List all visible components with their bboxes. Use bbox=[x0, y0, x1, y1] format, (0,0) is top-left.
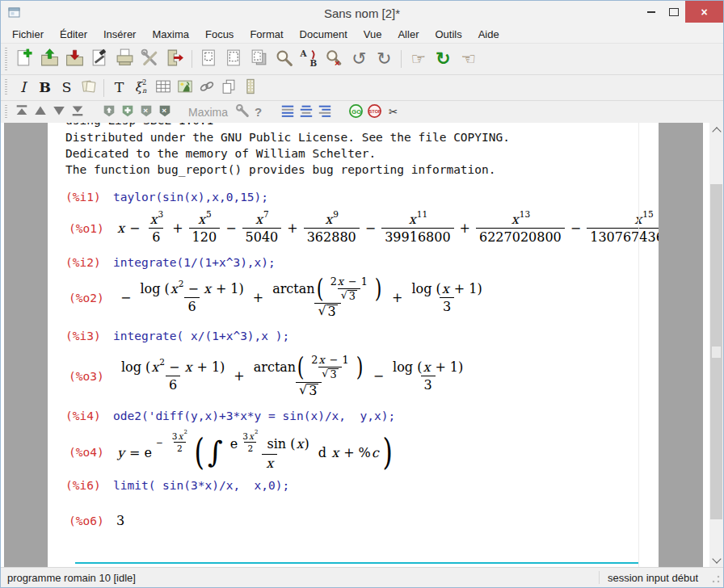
input-cell[interactable]: (%i1)taylor(sin(x),x,0,15); bbox=[48, 189, 659, 205]
configure-maxima-button[interactable] bbox=[233, 103, 251, 121]
input-code[interactable]: integrate( x/(1+x^3),x ); bbox=[113, 328, 289, 344]
menu-inserer[interactable]: Insérer bbox=[95, 27, 144, 42]
restart-maxima-button[interactable]: ↻ bbox=[431, 47, 456, 71]
menu-aller[interactable]: Aller bbox=[389, 27, 427, 42]
maximize-button[interactable] bbox=[663, 1, 685, 23]
cut-button[interactable] bbox=[196, 47, 221, 71]
right-margin-strip bbox=[659, 123, 703, 567]
input-cell[interactable]: (%i4)ode2('diff(y,x)+3*x*y = sin(x)/x, y… bbox=[48, 408, 659, 424]
bold-button[interactable]: B bbox=[34, 78, 56, 99]
notes-button[interactable] bbox=[78, 78, 99, 99]
output-cell: (%o6)3 bbox=[48, 513, 659, 528]
lines-c-icon bbox=[318, 103, 332, 120]
input-cell[interactable]: (%i2)integrate(1/(1+x^3),x); bbox=[48, 254, 659, 271]
toolbar-grip[interactable] bbox=[5, 79, 7, 96]
save-document-button[interactable] bbox=[62, 47, 87, 71]
section-button[interactable]: S bbox=[56, 78, 78, 99]
input-code[interactable]: integrate(1/(1+x^3),x); bbox=[113, 254, 276, 271]
shield-up-icon bbox=[102, 103, 116, 120]
resize-grip[interactable] bbox=[709, 574, 721, 586]
move-down-button[interactable] bbox=[49, 103, 68, 121]
chevron-up-icon bbox=[712, 127, 721, 136]
display-lines-c-button[interactable] bbox=[315, 103, 334, 121]
add-cell-button[interactable] bbox=[118, 103, 137, 121]
insert-image-button[interactable] bbox=[174, 78, 196, 99]
table-grid-icon bbox=[154, 78, 172, 98]
menu-document[interactable]: Document bbox=[292, 27, 356, 42]
jump-bottom-button[interactable] bbox=[68, 103, 86, 121]
replace-button[interactable]: AB bbox=[297, 47, 322, 71]
find-button[interactable] bbox=[272, 47, 297, 71]
vertical-scrollbar[interactable] bbox=[709, 123, 723, 567]
page-hammer-icon bbox=[90, 48, 110, 70]
menu-editer[interactable]: Éditer bbox=[52, 27, 95, 42]
menu-maxima[interactable]: Maxima bbox=[144, 27, 197, 42]
text-cell-button[interactable]: T bbox=[108, 78, 130, 99]
title-bar: Sans nom [2]* × bbox=[1, 1, 723, 25]
jump-top-button[interactable] bbox=[12, 103, 31, 121]
eval-cell-button[interactable] bbox=[99, 103, 118, 121]
toolbar-grip[interactable] bbox=[5, 105, 7, 119]
display-lines-a-button[interactable] bbox=[278, 103, 297, 121]
svg-text:GO: GO bbox=[352, 107, 362, 115]
print-button[interactable] bbox=[112, 47, 137, 71]
move-up-button[interactable] bbox=[31, 103, 49, 121]
preferences-button[interactable] bbox=[137, 47, 162, 71]
close-button[interactable]: × bbox=[685, 1, 723, 23]
insert-table-button[interactable] bbox=[152, 78, 174, 99]
close-find-button[interactable]: × bbox=[322, 47, 347, 71]
delete-cell-button[interactable]: × bbox=[155, 103, 174, 121]
input-cell[interactable]: (%i3)integrate( x/(1+x^3),x ); bbox=[48, 328, 659, 344]
menu-aide[interactable]: Aide bbox=[470, 27, 507, 42]
remove-cell-button[interactable]: × bbox=[137, 103, 155, 121]
cut-cell-button[interactable]: ✂ bbox=[384, 103, 402, 121]
status-right-text: session input début bbox=[608, 572, 698, 584]
italic-button[interactable]: I bbox=[12, 78, 34, 99]
evaluate-go-button[interactable]: GO bbox=[347, 103, 365, 121]
toolbar-separator bbox=[103, 79, 104, 97]
menu-format[interactable]: Format bbox=[242, 27, 291, 42]
stop-evaluation-button[interactable]: STOP bbox=[365, 103, 384, 121]
toolbar-grip[interactable] bbox=[5, 48, 7, 70]
cell-label: (%i3) bbox=[65, 330, 106, 342]
maximize-icon bbox=[669, 8, 679, 16]
scissors-icon: ✂ bbox=[389, 107, 398, 117]
output-math: x−x36+x5120−x75040+x9362880−x1139916800+… bbox=[116, 212, 659, 245]
cell-label: (%o3) bbox=[65, 370, 109, 383]
menu-focus[interactable]: Focus bbox=[197, 27, 242, 42]
exit-door-icon bbox=[165, 48, 185, 70]
insert-link-button[interactable] bbox=[196, 78, 217, 99]
arrow-bar-down-icon bbox=[70, 103, 85, 120]
display-lines-b-button[interactable] bbox=[297, 103, 315, 121]
menu-fichier[interactable]: Fichier bbox=[4, 27, 52, 42]
page-paste-icon bbox=[249, 48, 269, 70]
follow-back-button[interactable]: ☜ bbox=[456, 47, 481, 71]
undo-button[interactable]: ↺ bbox=[347, 47, 372, 71]
math-cell-button[interactable]: ξ2n bbox=[130, 78, 152, 99]
minimize-button[interactable] bbox=[640, 1, 663, 23]
scroll-down-button[interactable] bbox=[709, 553, 723, 567]
input-code[interactable]: taylor(sin(x),x,0,15); bbox=[113, 189, 268, 205]
cell-label: (%o4) bbox=[65, 446, 109, 459]
scroll-up-button[interactable] bbox=[709, 123, 723, 136]
exit-button[interactable] bbox=[162, 47, 187, 71]
scrollbar-thumb[interactable] bbox=[710, 184, 722, 519]
follow-forward-button[interactable]: ☞ bbox=[406, 47, 431, 71]
help-button[interactable]: ? bbox=[255, 105, 262, 119]
animation-button[interactable] bbox=[239, 78, 261, 99]
input-code[interactable]: limit( sin(3*x)/x, x,0); bbox=[113, 477, 289, 494]
paste-button[interactable] bbox=[246, 47, 272, 71]
redo-button[interactable]: ↻ bbox=[372, 47, 397, 71]
menu-outils[interactable]: Outils bbox=[427, 27, 469, 42]
build-document-button[interactable] bbox=[87, 47, 112, 71]
toolbar-separator bbox=[401, 50, 402, 68]
copy-pages-button[interactable] bbox=[217, 78, 239, 99]
open-document-button[interactable] bbox=[37, 47, 62, 71]
input-code[interactable]: ode2('diff(y,x)+3*x*y = sin(x)/x, y,x); bbox=[113, 408, 395, 424]
new-document-button[interactable] bbox=[12, 47, 37, 71]
copy-button[interactable] bbox=[221, 47, 246, 71]
input-cell[interactable]: (%i6)limit( sin(3*x)/x, x,0); bbox=[48, 477, 659, 494]
worksheet[interactable]: using Lisp SBCL 1.0.1Distributed under t… bbox=[48, 123, 659, 567]
menu-vue[interactable]: Vue bbox=[356, 27, 390, 42]
cell-label: (%o1) bbox=[65, 222, 109, 235]
